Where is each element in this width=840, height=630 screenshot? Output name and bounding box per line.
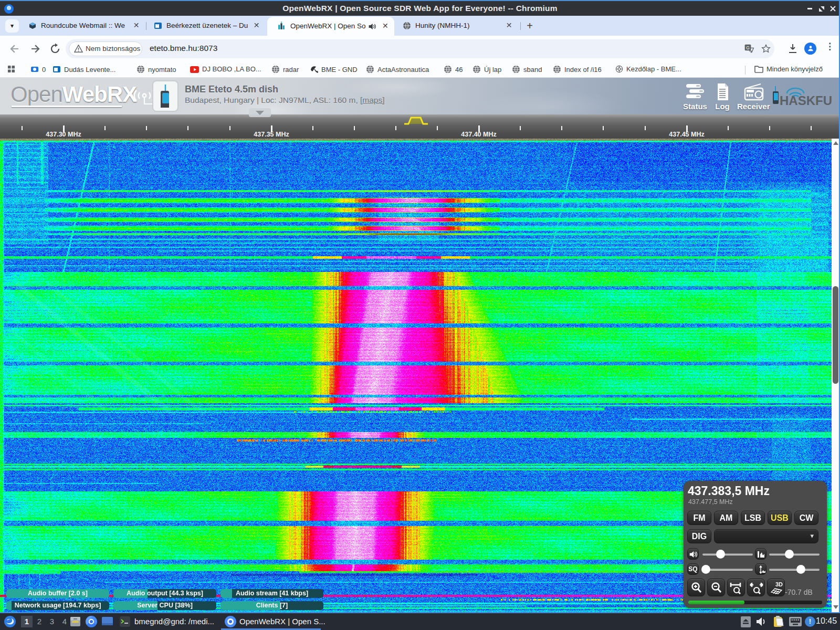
svg-text:G: G [746, 45, 749, 50]
svg-text:HASKFU: HASKFU [780, 93, 832, 108]
svg-text:3D: 3D [775, 581, 783, 587]
